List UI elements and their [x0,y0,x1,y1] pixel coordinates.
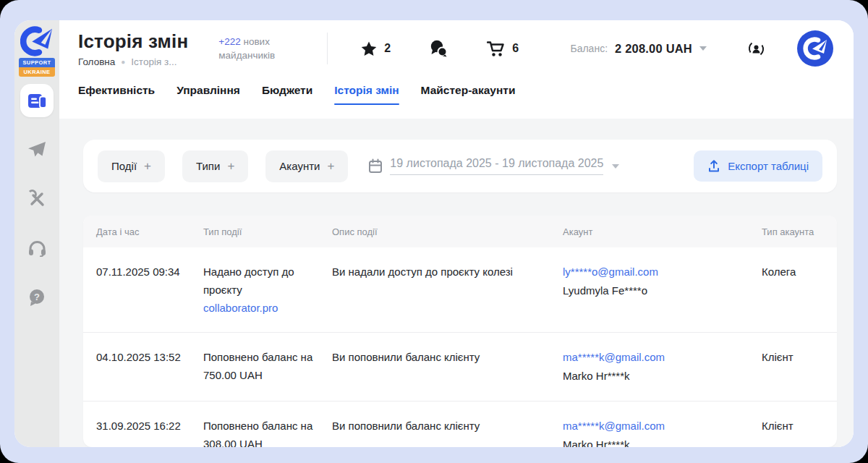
cell-description: Ви поповнили баланс клієнту [332,417,563,447]
balance-label: Баланс: [570,43,608,54]
cell-account-type: Колега [762,263,824,317]
journal-icon [27,92,47,110]
account-email-link[interactable]: ma*****k@gmail.com [563,417,750,436]
account-switch-button[interactable] [747,40,765,58]
event-type-text: Поповнено баланс на 750.00 UAH [203,351,312,381]
date-range-value: 19 листопада 2025 - 19 листопада 2025 [390,157,603,175]
tabs: Ефективність Управління Бюджети Історія … [59,77,854,119]
plus-icon: + [144,159,151,174]
avatar[interactable] [797,30,833,67]
cell-account-type: Клієнт [762,417,824,447]
support-ukraine-badge: SUPPORT UKRAINE [19,58,55,77]
balance-value: 2 208.00 UAH [615,42,692,56]
breadcrumb-home[interactable]: Головна [78,56,115,67]
sidebar: SUPPORT UKRAINE [14,20,59,447]
plus-icon: + [327,159,334,174]
cart-count: 6 [512,42,519,55]
cart-icon [487,41,505,57]
table-row: 04.10.2025 13:52 Поповнено баланс на 750… [83,333,837,402]
star-icon [361,41,377,56]
main-area: Історія змін Головна ● Історія з... +222… [59,20,854,447]
account-email-link[interactable]: ly*****o@gmail.com [563,263,750,281]
topbar-divider [327,33,328,64]
account-name: Marko Hr****k [563,367,750,386]
cell-event-type: Надано доступ до проєкту collaborator.pr… [203,263,332,317]
svg-text:?: ? [34,292,40,302]
cell-datetime: 07.11.2025 09:34 [96,263,203,317]
account-email-link[interactable]: ma*****k@gmail.com [563,348,750,367]
telegram-icon [27,141,46,158]
table-body: 07.11.2025 09:34 Надано доступ до проєкт… [83,247,837,447]
title-block: Історія змін Головна ● Історія з... [78,30,188,67]
sidebar-item-journal[interactable] [20,84,54,117]
cell-description: Ви поповнили баланс клієнту [332,348,563,386]
chat-icon [430,40,448,57]
collaborator-logo-icon [20,26,54,56]
topbar: Історія змін Головна ● Історія з... +222… [59,20,854,77]
filter-types-button[interactable]: Типи + [182,150,248,182]
account-name: Marko Hr****k [563,436,750,447]
event-type-text: Поповнено баланс на 308.00 UAH [203,420,312,447]
content-area: Події + Типи + Акаунти + [59,119,854,447]
app-logo[interactable]: SUPPORT UKRAINE [19,26,55,77]
favorites-count: 2 [384,42,391,55]
badge-support-label: SUPPORT [19,58,55,67]
cell-datetime: 04.10.2025 13:52 [96,348,203,386]
plus-icon: + [227,159,234,174]
chevron-down-icon [699,46,707,51]
export-table-button[interactable]: Експорт таблиці [694,150,822,182]
account-name: Lyudmyla Fe****o [563,281,750,300]
filter-events-button[interactable]: Події + [98,150,165,182]
column-header-account-type: Тип акаунта [762,226,824,237]
export-icon [707,159,720,173]
calendar-icon [368,158,383,174]
event-project-link[interactable]: collaborator.pro [203,299,320,317]
column-header-account: Акаунт [563,226,762,237]
badge-ukraine-label: UKRAINE [19,67,55,77]
cell-datetime: 31.09.2025 16:22 [96,417,203,447]
filter-accounts-label: Акаунти [279,160,320,172]
cell-event-type: Поповнено баланс на 308.00 UAH [203,417,332,447]
breadcrumb-current: Історія з... [131,56,176,67]
tab-change-history[interactable]: Історія змін [334,84,399,105]
date-range-picker[interactable]: 19 листопада 2025 - 19 листопада 2025 [368,157,619,175]
table-header-row: Дата і час Тип події Опис події Акаунт Т… [83,216,837,247]
favorites-counter[interactable]: 2 [361,41,391,56]
tab-master-accounts[interactable]: Майстер-акаунти [421,84,516,105]
cell-account: ma*****k@gmail.com Marko Hr****k [563,348,762,386]
filter-types-label: Типи [196,160,220,172]
table-row: 31.09.2025 16:22 Поповнено баланс на 308… [83,402,837,447]
column-header-event-type: Тип події [203,226,332,237]
chat-button[interactable] [430,40,448,57]
tab-efficiency[interactable]: Ефективність [78,84,155,105]
page-title: Історія змін [78,30,188,53]
table-row: 07.11.2025 09:34 Надано доступ до проєкт… [83,247,837,333]
export-table-label: Експорт таблиці [728,160,809,172]
balance-dropdown[interactable]: Баланс: 2 208.00 UAH [570,42,707,56]
history-table: Дата і час Тип події Опис події Акаунт Т… [83,216,837,447]
filter-accounts-button[interactable]: Акаунти + [265,150,348,182]
account-switch-icon [747,40,765,58]
cart-counter[interactable]: 6 [487,41,519,57]
cell-account-type: Клієнт [762,348,824,386]
tab-management[interactable]: Управління [176,84,240,105]
sidebar-item-support[interactable] [20,232,54,265]
tab-budgets[interactable]: Бюджети [262,84,312,105]
page-background: SUPPORT UKRAINE [0,0,868,463]
sidebar-item-tools[interactable] [20,182,54,216]
filter-events-label: Події [111,160,137,172]
cell-account: ma*****k@gmail.com Marko Hr****k [563,417,762,447]
event-type-text: Надано доступ до проєкту [203,266,294,296]
new-platforms-count: +222 [218,36,240,47]
breadcrumb: Головна ● Історія з... [78,56,188,67]
filter-bar: Події + Типи + Акаунти + [83,140,837,192]
new-platforms-link[interactable]: +222 нових майданчиків [218,35,299,62]
sidebar-item-telegram[interactable] [20,133,54,166]
column-header-datetime: Дата і час [96,226,203,237]
column-header-description: Опис події [332,226,563,237]
breadcrumb-separator: ● [121,58,125,66]
tools-icon [27,190,46,208]
help-icon: ? [27,288,46,307]
cell-account: ly*****o@gmail.com Lyudmyla Fe****o [563,263,762,317]
sidebar-item-help[interactable]: ? [20,281,54,314]
